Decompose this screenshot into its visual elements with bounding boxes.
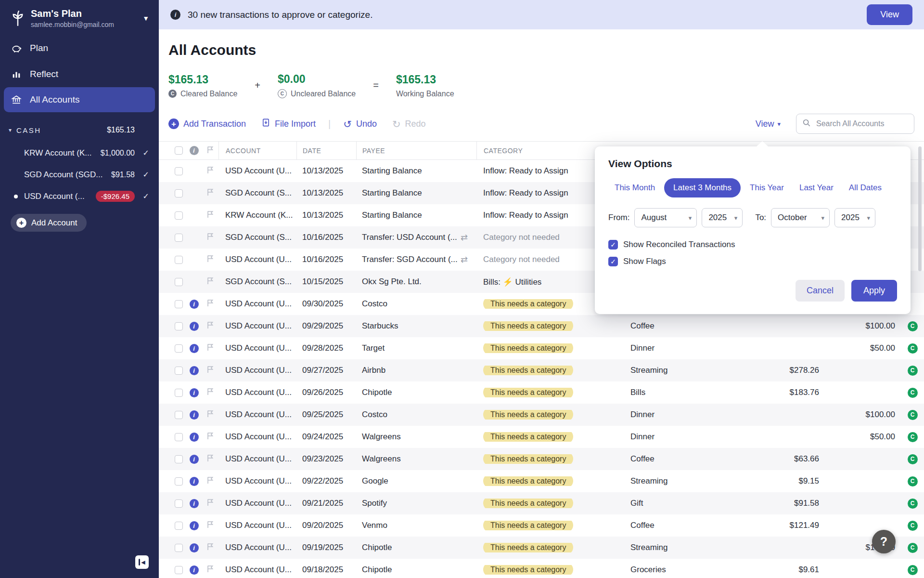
date-preset-all-dates[interactable]: All Dates (843, 179, 888, 197)
transaction-row[interactable]: i USD Account (U... 09/28/2025 Target Th… (159, 337, 924, 359)
cancel-button[interactable]: Cancel (796, 280, 845, 302)
search-input[interactable] (815, 119, 917, 129)
to-month-select[interactable]: October ▾ (771, 208, 830, 227)
needs-category-badge[interactable]: This needs a category (483, 432, 573, 442)
transaction-row[interactable]: i USD Account (U... 09/26/2025 Chipotle … (159, 381, 924, 404)
needs-category-badge[interactable]: This needs a category (483, 543, 573, 552)
needs-category-badge[interactable]: This needs a category (483, 499, 573, 508)
transaction-row[interactable]: i USD Account (U... 09/21/2025 Spotify T… (159, 492, 924, 514)
unapproved-info-icon[interactable]: i (190, 565, 199, 575)
cleared-icon[interactable]: C (908, 343, 918, 354)
row-checkbox[interactable] (175, 278, 183, 286)
sidebar-account[interactable]: USD Account (... -$926.45 ✓ (0, 185, 159, 207)
apply-button[interactable]: Apply (851, 280, 897, 302)
needs-category-badge[interactable]: This needs a category (483, 321, 573, 331)
checkbox-checked-icon[interactable]: ✓ (608, 257, 618, 266)
to-year-select[interactable]: 2025 ▾ (834, 208, 875, 227)
row-checkbox[interactable] (175, 367, 183, 375)
scrollbar-thumb[interactable] (918, 146, 922, 271)
date-preset-this-month[interactable]: This Month (608, 179, 661, 197)
flag-icon[interactable] (205, 320, 215, 332)
transaction-row[interactable]: i USD Account (U... 09/29/2025 Starbucks… (159, 315, 924, 337)
sidebar-account[interactable]: KRW Account (K... $1,000.00 ✓ (0, 142, 159, 164)
unapproved-info-icon[interactable]: i (190, 499, 199, 508)
unapproved-info-icon[interactable]: i (190, 521, 199, 530)
row-checkbox[interactable] (175, 433, 183, 441)
flag-icon[interactable] (205, 165, 215, 177)
unapproved-info-icon[interactable]: i (190, 477, 199, 486)
flag-icon[interactable] (205, 254, 215, 266)
row-checkbox[interactable] (175, 189, 183, 197)
row-checkbox[interactable] (175, 544, 183, 552)
row-checkbox[interactable] (175, 455, 183, 463)
from-year-select[interactable]: 2025 ▾ (702, 208, 743, 227)
cleared-icon[interactable]: C (908, 521, 918, 531)
date-preset-this-year[interactable]: This Year (744, 179, 790, 197)
row-checkbox[interactable] (175, 389, 183, 397)
view-option-toggle[interactable]: ✓ Show Reconciled Transactions (608, 240, 897, 250)
cleared-icon[interactable]: C (908, 499, 918, 509)
flag-icon[interactable] (205, 232, 215, 244)
banner-view-button[interactable]: View (867, 4, 912, 25)
flag-icon[interactable] (205, 564, 215, 576)
from-month-select[interactable]: August ▾ (634, 208, 697, 227)
collapse-sidebar-button[interactable]: ◀ (135, 555, 149, 569)
cleared-icon[interactable]: C (908, 454, 918, 464)
flag-icon[interactable] (205, 542, 215, 554)
row-checkbox[interactable] (175, 566, 183, 574)
row-checkbox[interactable] (175, 322, 183, 330)
flag-icon[interactable] (205, 409, 215, 421)
help-button[interactable]: ? (872, 530, 896, 553)
needs-category-badge[interactable]: This needs a category (483, 521, 573, 530)
needs-category-badge[interactable]: This needs a category (483, 454, 573, 464)
flag-icon[interactable] (205, 276, 215, 288)
plan-switcher[interactable]: Sam's Plan samlee.mobbin@gmail.com ▼ (0, 0, 159, 31)
sidebar-item-plan[interactable]: Plan (0, 35, 159, 61)
row-checkbox[interactable] (175, 499, 183, 508)
transaction-row[interactable]: i USD Account (U... 09/19/2025 Chipotle … (159, 537, 924, 559)
cleared-icon[interactable]: C (908, 476, 918, 486)
view-option-toggle[interactable]: ✓ Show Flags (608, 257, 897, 266)
row-checkbox[interactable] (175, 344, 183, 353)
unapproved-info-icon[interactable]: i (190, 344, 199, 353)
transaction-row[interactable]: i USD Account (U... 09/24/2025 Walgreens… (159, 426, 924, 448)
unapproved-info-icon[interactable]: i (190, 300, 199, 309)
flag-icon[interactable] (205, 187, 215, 199)
date-preset-latest-3-months[interactable]: Latest 3 Months (664, 178, 741, 197)
needs-category-badge[interactable]: This needs a category (483, 410, 573, 420)
cleared-icon[interactable]: C (908, 565, 918, 575)
flag-icon[interactable] (205, 387, 215, 399)
transaction-row[interactable]: i USD Account (U... 09/18/2025 Chipotle … (159, 559, 924, 578)
row-checkbox[interactable] (175, 522, 183, 530)
row-checkbox[interactable] (175, 256, 183, 264)
redo-button[interactable]: ↻ Redo (392, 119, 426, 129)
row-checkbox[interactable] (175, 234, 183, 242)
cleared-icon[interactable]: C (908, 366, 918, 376)
flag-icon[interactable] (205, 520, 215, 532)
unapproved-info-icon[interactable]: i (190, 543, 199, 552)
transaction-row[interactable]: i USD Account (U... 09/23/2025 Walgreens… (159, 448, 924, 470)
unapproved-info-icon[interactable]: i (190, 410, 199, 420)
cleared-icon[interactable]: C (908, 388, 918, 398)
unapproved-info-icon[interactable]: i (190, 455, 199, 464)
row-checkbox[interactable] (175, 300, 183, 308)
flag-icon[interactable] (205, 210, 215, 222)
flag-icon[interactable] (205, 342, 215, 355)
transaction-row[interactable]: i USD Account (U... 09/20/2025 Venmo Thi… (159, 514, 924, 537)
sidebar-item-reflect[interactable]: Reflect (0, 61, 159, 87)
row-checkbox[interactable] (175, 477, 183, 486)
view-options-button[interactable]: View ▾ (753, 118, 783, 130)
checkbox-checked-icon[interactable]: ✓ (608, 240, 618, 250)
unapproved-info-icon[interactable]: i (190, 433, 199, 442)
transaction-row[interactable]: i USD Account (U... 09/22/2025 Google Th… (159, 470, 924, 492)
sidebar-item-all-accounts[interactable]: All Accounts (4, 87, 155, 112)
cleared-icon[interactable]: C (908, 321, 918, 331)
flag-icon[interactable] (205, 453, 215, 465)
sidebar-account[interactable]: SGD Account (SGD... $91.58 ✓ (0, 164, 159, 185)
flag-icon[interactable] (205, 298, 215, 310)
cleared-icon[interactable]: C (908, 410, 918, 420)
select-all-checkbox[interactable] (175, 146, 183, 155)
cleared-icon[interactable]: C (908, 432, 918, 442)
cleared-icon[interactable]: C (908, 543, 918, 553)
flag-icon[interactable] (205, 365, 215, 377)
